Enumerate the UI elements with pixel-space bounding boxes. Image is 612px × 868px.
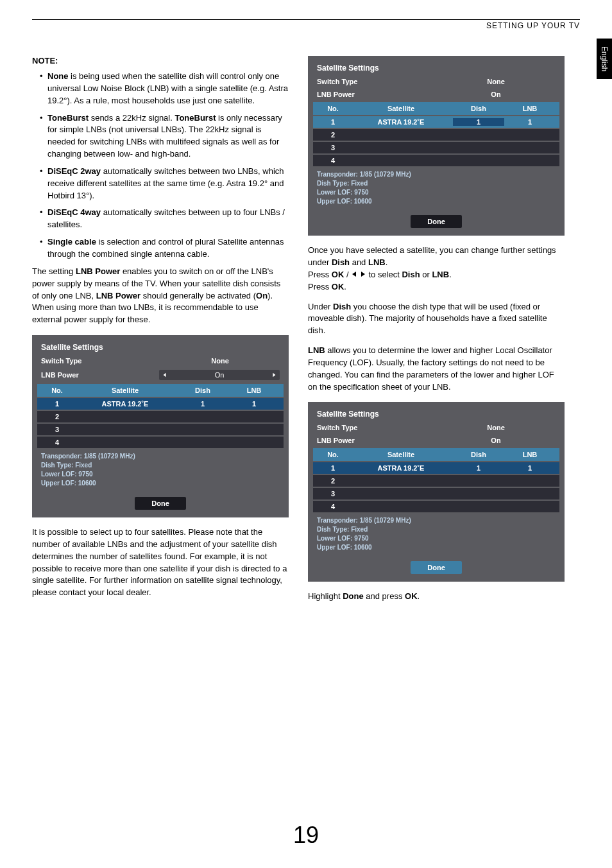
satellite-settings-panel-1: Satellite Settings Switch Type None LNB … xyxy=(32,335,289,517)
bullet-toneburst: ToneBurst sends a 22kHz signal. ToneBurs… xyxy=(40,112,289,161)
arrow-right-icon xyxy=(360,269,366,281)
th-no: No. xyxy=(41,386,73,394)
sat-row-2[interactable]: 2 xyxy=(313,129,559,141)
done-button[interactable]: Done xyxy=(135,497,186,510)
lnb-power-row: LNB Power On xyxy=(313,434,559,447)
bullet-label-2: ToneBurst xyxy=(174,113,216,123)
language-tab: English xyxy=(597,39,612,79)
bullet-label: None xyxy=(47,71,69,81)
switch-type-label: Switch Type xyxy=(41,357,160,365)
bullet-diseqc2: DiSEqC 2way automatically switches betwe… xyxy=(40,166,289,202)
lnb-power-row: LNB Power On xyxy=(313,88,559,101)
sat-row-2[interactable]: 2 xyxy=(37,411,284,422)
sat-row-4[interactable]: 4 xyxy=(313,501,559,512)
bullet-label: ToneBurst xyxy=(47,113,89,123)
arrow-left-icon xyxy=(351,269,357,281)
svg-marker-2 xyxy=(352,272,356,277)
bullet-text: sends a 22kHz signal. xyxy=(89,113,174,123)
dish-lnb-instructions: Once you have selected a satellite, you … xyxy=(308,245,565,293)
lnb-power-label: LNB Power xyxy=(41,371,159,379)
th-lnb: LNB xyxy=(228,386,280,394)
th-dish: Dish xyxy=(177,386,228,394)
sat-row-3[interactable]: 3 xyxy=(313,488,559,499)
sat-row-3[interactable]: 3 xyxy=(37,424,284,435)
done-button[interactable]: Done xyxy=(411,215,462,228)
sat-row-2[interactable]: 2 xyxy=(313,475,559,487)
done-button-highlighted[interactable]: Done xyxy=(411,561,462,574)
sat-row-3[interactable]: 3 xyxy=(313,142,559,153)
sat-table-header: No. Satellite Dish LNB xyxy=(313,102,559,115)
svg-marker-3 xyxy=(361,272,365,277)
transponder-info: Transponder: 1/85 (10729 MHz) Dish Type:… xyxy=(313,512,559,556)
transponder-info: Transponder: 1/85 (10729 MHz) Dish Type:… xyxy=(37,448,284,492)
bullet-none: None is being used when the satellite di… xyxy=(40,71,289,107)
lnb-power-row[interactable]: LNB Power On xyxy=(37,367,284,383)
bullet-label: Single cable xyxy=(47,237,96,247)
satellite-settings-panel-3: Satellite Settings Switch Type None LNB … xyxy=(308,402,565,582)
th-satellite: Satellite xyxy=(73,386,177,394)
bullet-diseqc4: DiSEqC 4way automatically switches betwe… xyxy=(40,207,289,231)
panel-title: Satellite Settings xyxy=(313,61,559,75)
transponder-info: Transponder: 1/85 (10729 MHz) Dish Type:… xyxy=(313,166,559,210)
dish-paragraph: Under Dish you choose the dish type that… xyxy=(308,301,565,338)
lnb-power-paragraph: The setting LNB Power enables you to swi… xyxy=(32,266,289,326)
sat-row-4[interactable]: 4 xyxy=(313,155,559,166)
bullet-text: is being used when the satellite dish wi… xyxy=(47,71,288,105)
page-number: 19 xyxy=(293,822,319,849)
satellite-settings-panel-2: Satellite Settings Switch Type None LNB … xyxy=(308,56,565,236)
arrow-right-icon[interactable] xyxy=(269,370,278,379)
sat-row-1[interactable]: 1 ASTRA 19.2˚E 1 1 xyxy=(313,462,559,474)
switch-type-row: Switch Type None xyxy=(313,421,559,434)
svg-marker-1 xyxy=(273,373,275,377)
panel-title: Satellite Settings xyxy=(313,407,559,421)
switch-type-value: None xyxy=(160,357,280,365)
panel-title: Satellite Settings xyxy=(37,340,284,354)
arrow-left-icon[interactable] xyxy=(160,370,169,379)
sat-table-header: No. Satellite Dish LNB xyxy=(313,448,559,461)
sat-row-1[interactable]: 1 ASTRA 19.2˚E 1 1 xyxy=(313,116,559,128)
bullet-label: DiSEqC 4way xyxy=(47,207,101,217)
page-header: SETTING UP YOUR TV xyxy=(32,21,580,30)
satellite-selection-paragraph: It is possible to select up to four sate… xyxy=(32,526,289,599)
bullet-label: DiSEqC 2way xyxy=(47,166,101,176)
sat-row-1[interactable]: 1 ASTRA 19.2˚E 1 1 xyxy=(37,398,284,410)
switch-type-row: Switch Type None xyxy=(313,75,559,88)
lnb-power-value: On xyxy=(215,371,225,379)
switch-type-row: Switch Type None xyxy=(37,354,284,367)
note-heading: NOTE: xyxy=(32,56,289,65)
svg-marker-0 xyxy=(164,373,166,377)
highlight-done-paragraph: Highlight Done and press OK. xyxy=(308,591,565,603)
sat-row-4[interactable]: 4 xyxy=(37,437,284,448)
lnb-paragraph: LNB allows you to determine the lower an… xyxy=(308,345,565,393)
note-bullet-list: None is being used when the satellite di… xyxy=(32,71,289,261)
sat-table-header: No. Satellite Dish LNB xyxy=(37,384,284,397)
header-rule xyxy=(32,19,580,20)
bullet-singlecable: Single cable is selection and control of… xyxy=(40,236,289,261)
